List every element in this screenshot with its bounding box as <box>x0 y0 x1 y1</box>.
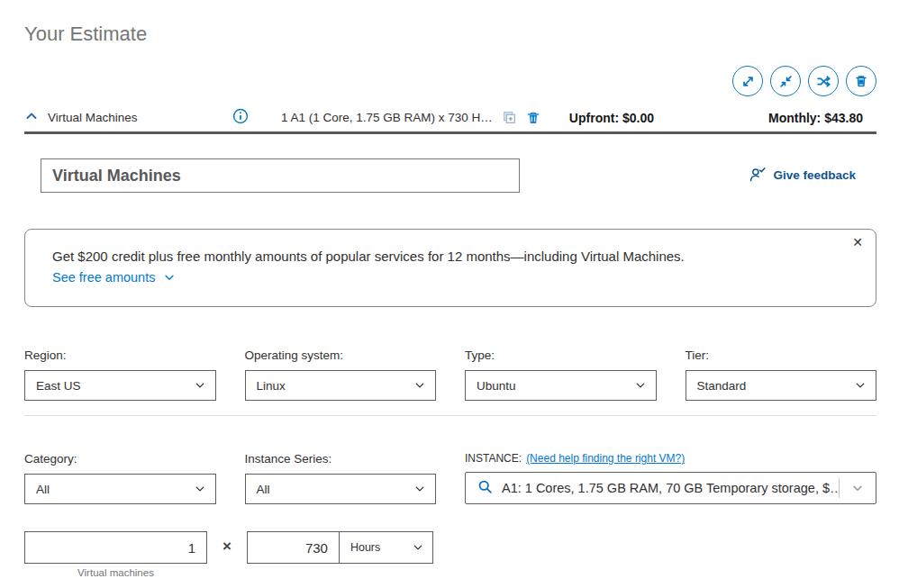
collapse-item-chevron[interactable] <box>24 109 39 126</box>
chevron-down-icon <box>855 380 866 391</box>
region-value: East US <box>36 379 81 393</box>
monthly-cost: Monthly: $43.80 <box>768 111 863 125</box>
give-feedback-button[interactable]: Give feedback <box>749 167 856 183</box>
multiply-symbol: × <box>222 538 232 556</box>
category-value: All <box>36 483 50 496</box>
upfront-cost: Upfront: $0.00 <box>569 111 654 125</box>
instance-series-select[interactable]: All <box>245 474 437 504</box>
vm-options-row-1: Region: East US Operating system: Linux … <box>24 348 876 401</box>
chevron-down-icon <box>851 482 864 494</box>
os-field: Operating system: Linux <box>245 348 437 401</box>
chevron-down-icon <box>195 380 205 391</box>
chevron-down-icon <box>413 542 423 553</box>
region-select[interactable]: East US <box>24 370 216 401</box>
instance-series-field: Instance Series: All <box>245 452 437 504</box>
os-value: Linux <box>257 379 286 393</box>
banner-close-button[interactable]: ✕ <box>852 235 863 249</box>
tier-select[interactable]: Standard <box>686 370 877 401</box>
page-title: Your Estimate <box>24 23 876 46</box>
category-label: Category: <box>24 452 216 466</box>
info-icon[interactable] <box>232 108 249 127</box>
give-feedback-label: Give feedback <box>773 168 856 182</box>
usage-hours-group: Hours <box>247 531 433 564</box>
instance-combobox[interactable]: A1: 1 Cores, 1.75 GB RAM, 70 GB Temporar… <box>465 472 876 504</box>
instance-series-label: Instance Series: <box>245 452 437 466</box>
chevron-down-icon <box>195 484 205 494</box>
estimate-item-summary: 1 A1 (1 Core, 1.75 GB RAM) x 730 H… <box>281 111 493 124</box>
os-label: Operating system: <box>245 348 437 362</box>
type-value: Ubuntu <box>477 379 516 393</box>
collapse-all-button[interactable] <box>770 66 801 96</box>
delete-estimate-button[interactable] <box>846 66 876 96</box>
estimate-toolbar <box>24 66 876 96</box>
combobox-caret[interactable] <box>840 482 876 494</box>
instance-help-link[interactable]: (Need help finding the right VM?) <box>526 452 685 465</box>
chevron-down-icon <box>414 380 425 391</box>
banner-text: Get $200 credit plus free monthly amount… <box>52 249 840 264</box>
tier-value: Standard <box>697 379 747 393</box>
quantity-row: Virtual machines × Hours <box>24 531 876 578</box>
collapse-icon <box>778 74 794 89</box>
tier-label: Tier: <box>686 348 877 362</box>
tier-field: Tier: Standard <box>686 348 877 401</box>
duplicate-icon <box>502 110 517 125</box>
estimate-name-row: Give feedback <box>24 158 876 193</box>
see-free-amounts-link[interactable]: See free amounts <box>52 270 155 285</box>
category-field: Category: All <box>24 452 216 504</box>
vm-count-input[interactable] <box>24 531 207 564</box>
os-select[interactable]: Linux <box>245 370 437 401</box>
expand-all-button[interactable] <box>732 66 763 96</box>
search-icon <box>477 479 493 498</box>
instance-label: INSTANCE: <box>465 452 522 465</box>
hours-unit-value: Hours <box>350 541 380 554</box>
chevron-down-icon[interactable] <box>163 271 176 284</box>
trash-filled-icon <box>526 111 540 125</box>
pricing-calculator-estimate-panel: Your Estimate Virtua <box>0 23 899 578</box>
vm-options-row-2: Category: All Instance Series: All INSTA… <box>24 452 876 504</box>
free-credit-banner: ✕ Get $200 credit plus free monthly amou… <box>24 229 876 307</box>
chevron-up-icon <box>24 109 39 123</box>
vm-count-label: Virtual machines <box>24 567 207 578</box>
region-label: Region: <box>24 348 216 362</box>
region-field: Region: East US <box>24 348 216 401</box>
estimate-item-header: Virtual Machines 1 A1 (1 Core, 1.75 GB R… <box>24 104 876 134</box>
estimate-name-input[interactable] <box>41 158 520 193</box>
reorder-button[interactable] <box>808 66 839 96</box>
delete-item-button[interactable] <box>526 111 540 125</box>
type-field: Type: Ubuntu <box>465 348 657 401</box>
hours-input[interactable] <box>248 532 339 563</box>
chevron-down-icon <box>635 380 646 391</box>
trash-icon <box>854 74 868 88</box>
type-select[interactable]: Ubuntu <box>465 370 657 401</box>
type-label: Type: <box>465 348 657 362</box>
category-select[interactable]: All <box>24 474 216 504</box>
section-divider <box>24 415 876 416</box>
hours-unit-select[interactable]: Hours <box>339 532 432 563</box>
feedback-person-icon <box>749 167 767 183</box>
instance-field: INSTANCE: (Need help finding the right V… <box>465 452 876 504</box>
instance-value: A1: 1 Cores, 1.75 GB RAM, 70 GB Temporar… <box>502 481 839 495</box>
chevron-down-icon <box>414 484 425 494</box>
expand-icon <box>740 74 756 89</box>
shuffle-icon <box>816 74 831 89</box>
instance-series-value: All <box>257 483 270 496</box>
estimate-item-name[interactable]: Virtual Machines <box>48 111 232 124</box>
duplicate-item-button[interactable] <box>502 110 517 125</box>
